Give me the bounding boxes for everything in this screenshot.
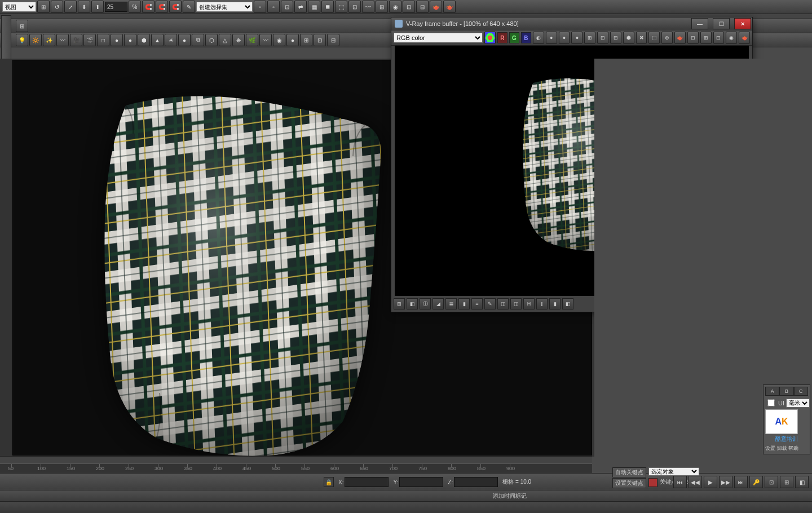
snap-icon[interactable]: 🧲 <box>169 1 182 13</box>
vfb-tool-icon[interactable]: 🫖 <box>674 32 686 44</box>
lock-icon[interactable]: 🔒 <box>324 477 334 487</box>
close-button[interactable]: ✕ <box>734 18 751 29</box>
vfb-bottom-icon[interactable]: ⫿ <box>536 298 548 309</box>
anim-button[interactable]: ◀◀ <box>689 476 702 488</box>
vfb-tool-icon[interactable]: ⊞ <box>700 32 712 44</box>
vfb-bottom-icon[interactable]: ◫ <box>497 298 509 309</box>
anim-button[interactable]: ⏭ <box>734 476 748 488</box>
object-icon[interactable]: ⬢ <box>138 34 150 46</box>
vfb-bottom-icon[interactable]: ◧ <box>407 298 418 309</box>
object-icon[interactable]: 〰 <box>259 34 272 46</box>
tab-c[interactable]: C <box>794 387 808 396</box>
channel-dropdown[interactable]: RGB color <box>394 33 483 43</box>
set-key-button[interactable]: 设置关键点 <box>612 478 646 488</box>
curve-editor-icon[interactable]: 〰 <box>362 1 374 13</box>
tool-icon[interactable]: ⊞ <box>37 1 50 13</box>
rgb-toggle-icon[interactable] <box>484 32 496 44</box>
vfb-tool-icon[interactable]: ⊞ <box>584 32 595 44</box>
tool-icon[interactable]: ⊞ <box>16 20 28 32</box>
snap-icon[interactable]: 🧲 <box>156 1 168 13</box>
vfb-tool-icon[interactable]: ✖ <box>636 32 647 44</box>
green-channel[interactable]: G <box>509 32 519 43</box>
anim-button[interactable]: ⊞ <box>780 476 793 488</box>
object-icon[interactable]: □ <box>97 34 109 46</box>
minimize-button[interactable]: — <box>691 18 708 29</box>
maximize-button[interactable]: ☐ <box>713 18 730 29</box>
object-icon[interactable]: ⊡ <box>314 34 326 46</box>
object-icon[interactable]: ▲ <box>151 34 164 46</box>
object-icon[interactable]: ● <box>286 34 299 46</box>
unit-dropdown[interactable]: 毫米 <box>786 399 810 408</box>
blue-channel[interactable]: B <box>521 32 531 43</box>
object-icon[interactable]: ◉ <box>273 34 285 46</box>
anim-button[interactable]: ▶ <box>704 476 717 488</box>
material-icon[interactable]: ◉ <box>389 1 401 13</box>
vfb-tool-icon[interactable]: ⬢ <box>623 32 634 44</box>
object-icon[interactable]: ⬡ <box>205 34 218 46</box>
object-icon[interactable]: 🌿 <box>246 34 258 46</box>
vfb-tool-icon[interactable]: ⊟ <box>610 32 621 44</box>
object-icon[interactable]: 🎬 <box>83 34 96 46</box>
vfb-tool-icon[interactable]: ◉ <box>726 32 737 44</box>
vfb-tool-icon[interactable]: ● <box>571 32 582 44</box>
object-icon[interactable]: 💡 <box>16 34 28 46</box>
tool-icon[interactable]: ✎ <box>183 1 195 13</box>
render-icon[interactable]: ⊡ <box>403 1 415 13</box>
vfb-tool-icon[interactable]: ⊡ <box>713 32 725 44</box>
ui-checkbox[interactable] <box>767 399 775 406</box>
y-input[interactable] <box>399 477 443 487</box>
tool-icon[interactable]: ⬍ <box>78 1 90 13</box>
object-icon[interactable]: 〰 <box>56 34 69 46</box>
object-icon[interactable]: ✨ <box>43 34 55 46</box>
settings-row[interactable]: 设置 卸载 帮助 <box>765 445 808 452</box>
object-icon[interactable]: ● <box>178 34 191 46</box>
anim-button[interactable]: 🔑 <box>749 476 763 488</box>
object-icon[interactable]: ☀ <box>165 34 177 46</box>
anim-button[interactable]: ◧ <box>795 476 809 488</box>
vfb-bottom-icon[interactable]: H <box>523 298 535 309</box>
x-input[interactable] <box>345 477 389 487</box>
object-icon[interactable]: ❋ <box>232 34 245 46</box>
vfb-tool-icon[interactable]: ⊕ <box>661 32 673 44</box>
vfb-bottom-icon[interactable]: ⊞ <box>394 298 405 309</box>
vfb-bottom-icon[interactable]: ⓘ <box>420 298 431 309</box>
key-icon[interactable] <box>648 478 657 487</box>
tool-icon[interactable]: ▫ <box>254 1 266 13</box>
align-icon[interactable]: ≣ <box>321 1 334 13</box>
snap-icon[interactable]: 🧲 <box>142 1 155 13</box>
vfb-tool-icon[interactable]: ⊡ <box>687 32 699 44</box>
anim-button[interactable]: ⊡ <box>765 476 778 488</box>
tool-icon[interactable]: ▫ <box>267 1 280 13</box>
tool-icon[interactable]: ⊡ <box>281 1 293 13</box>
vfb-tool-icon[interactable]: 🫖 <box>739 32 750 44</box>
object-icon[interactable]: ⊟ <box>327 34 339 46</box>
vfb-bottom-icon[interactable]: ✎ <box>484 298 496 309</box>
vfb-bottom-icon[interactable]: ◧ <box>562 298 573 309</box>
view-dropdown[interactable]: 视图 <box>2 2 36 12</box>
tool-icon[interactable]: ↺ <box>51 1 63 13</box>
object-icon[interactable]: ⊞ <box>300 34 312 46</box>
vfb-tool-icon[interactable]: ⊡ <box>597 32 608 44</box>
object-icon[interactable]: ● <box>111 34 123 46</box>
spinner[interactable] <box>105 2 127 12</box>
vfb-bottom-icon[interactable]: 〓 <box>445 298 457 309</box>
teapot-icon[interactable]: 🫖 <box>430 1 442 13</box>
layers-icon[interactable]: ⬚ <box>335 1 347 13</box>
object-icon[interactable]: △ <box>219 34 231 46</box>
vfb-titlebar[interactable]: V-Ray frame buffer - [100% of 640 x 480]… <box>391 17 752 30</box>
selection-set-dropdown[interactable]: 创建选择集 <box>196 2 253 12</box>
tab-a[interactable]: A <box>765 387 779 396</box>
tab-b[interactable]: B <box>779 387 793 396</box>
vfb-bottom-icon[interactable]: ▮ <box>549 298 561 309</box>
object-icon[interactable]: ⧉ <box>192 34 204 46</box>
vfb-tool-icon[interactable]: ◐ <box>533 32 544 44</box>
tool-icon[interactable]: ⬆ <box>91 1 104 13</box>
object-icon[interactable]: 🎥 <box>70 34 82 46</box>
anim-button[interactable]: ⏮ <box>673 476 687 488</box>
red-channel[interactable]: R <box>497 32 508 43</box>
add-marker-label[interactable]: 添加时间标记 <box>493 492 527 500</box>
tool-icon[interactable]: ▦ <box>308 1 320 13</box>
vfb-tool-icon[interactable]: ● <box>546 32 557 44</box>
mirror-icon[interactable]: ⇄ <box>294 1 307 13</box>
object-icon[interactable]: 🔆 <box>29 34 42 46</box>
